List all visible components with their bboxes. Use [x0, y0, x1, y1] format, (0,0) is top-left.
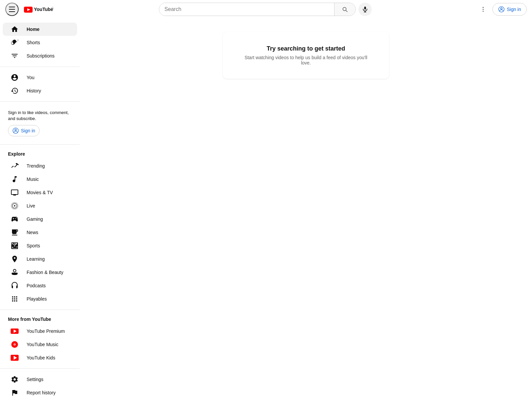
sidebar-item-trending[interactable]: Trending — [3, 159, 77, 173]
sidebar-item-label: Home — [27, 27, 40, 32]
sidebar-item-playables[interactable]: Playables — [3, 292, 77, 306]
sidebar-item-shorts[interactable]: Shorts — [3, 36, 77, 49]
account-circle-icon-sidebar — [12, 127, 19, 134]
sidebar-item-label: Subscriptions — [27, 53, 55, 59]
settings-icon — [11, 375, 19, 383]
svg-point-8 — [483, 9, 484, 10]
subscriptions-icon — [11, 52, 19, 60]
sidebar-divider-3 — [0, 144, 80, 145]
playables-icon — [11, 295, 19, 303]
svg-rect-4 — [364, 6, 366, 9]
fashion-beauty-icon — [11, 268, 19, 276]
sidebar-item-report-history[interactable]: Report history — [3, 386, 77, 399]
more-options-button[interactable] — [476, 3, 490, 16]
svg-point-18 — [12, 298, 13, 300]
sidebar-item-fashion-beauty[interactable]: Fashion & Beauty — [3, 266, 77, 279]
microphone-icon — [362, 6, 368, 13]
sidebar-item-label: YouTube Kids — [27, 355, 55, 360]
svg-point-22 — [14, 300, 15, 302]
sidebar-item-learning[interactable]: Learning — [3, 252, 77, 266]
live-icon — [11, 202, 19, 210]
sidebar-item-podcasts[interactable]: Podcasts — [3, 279, 77, 292]
svg-point-7 — [483, 7, 484, 8]
yt-premium-icon — [11, 327, 19, 335]
svg-point-13 — [15, 129, 17, 131]
sidebar-item-news[interactable]: News — [3, 226, 77, 239]
sign-in-button-sidebar[interactable]: Sign in — [8, 125, 40, 136]
sidebar-item-yt-kids[interactable]: YouTube Kids — [3, 351, 77, 364]
main-content: Try searching to get started Start watch… — [80, 19, 532, 399]
sidebar-item-subscriptions[interactable]: Subscriptions — [3, 49, 77, 63]
header-left: YouTube CA — [5, 3, 54, 16]
search-input[interactable] — [159, 3, 334, 16]
sidebar-item-sports[interactable]: Sports — [3, 239, 77, 252]
svg-point-9 — [483, 11, 484, 12]
sidebar-item-label: History — [27, 88, 41, 93]
sidebar-item-label: News — [27, 230, 38, 235]
svg-point-28 — [14, 344, 15, 345]
sidebar-item-label: YouTube Music — [27, 342, 58, 347]
sidebar-item-label: Playables — [27, 296, 47, 302]
sidebar-item-home[interactable]: Home — [3, 23, 77, 36]
svg-point-19 — [14, 298, 15, 300]
sidebar-user-nav: You History — [0, 71, 80, 97]
youtube-logo[interactable]: YouTube CA — [24, 6, 54, 13]
svg-point-15 — [12, 296, 13, 298]
music-icon — [11, 175, 19, 183]
header: YouTube CA — [0, 0, 532, 19]
sidebar-item-label: Sports — [27, 243, 40, 248]
sign-in-btn-label: Sign in — [21, 128, 35, 133]
yt-kids-icon — [11, 354, 19, 362]
header-right: Sign in — [476, 3, 527, 16]
svg-text:YouTube: YouTube — [34, 7, 53, 12]
sidebar-divider-4 — [0, 310, 80, 310]
search-icon — [341, 6, 348, 13]
sidebar-item-movies-tv[interactable]: Movies & TV — [3, 186, 77, 199]
header-center — [159, 3, 372, 16]
sidebar-primary-nav: Home Shorts Subscriptions — [0, 23, 80, 63]
youtube-wordmark: YouTube CA — [24, 6, 54, 13]
sidebar-item-music[interactable]: Music — [3, 173, 77, 186]
news-icon — [11, 228, 19, 236]
svg-point-11 — [501, 8, 502, 9]
empty-state-card: Try searching to get started Start watch… — [223, 32, 389, 79]
sidebar-item-yt-premium[interactable]: YouTube Premium — [3, 325, 77, 338]
svg-point-23 — [16, 300, 17, 302]
trending-icon — [11, 162, 19, 170]
account-circle-icon — [498, 6, 505, 13]
report-history-icon — [11, 389, 19, 397]
sidebar-item-settings[interactable]: Settings — [3, 373, 77, 386]
search-bar — [159, 3, 356, 16]
sign-in-label: Sign in — [507, 7, 521, 12]
history-icon — [11, 87, 19, 95]
svg-point-14 — [14, 205, 15, 206]
sidebar-item-you[interactable]: You — [3, 71, 77, 84]
podcasts-icon — [11, 282, 19, 290]
sign-in-text: Sign in to like videos, comment, and sub… — [8, 110, 69, 121]
empty-state-title: Try searching to get started — [243, 45, 369, 52]
svg-point-21 — [12, 300, 13, 302]
sidebar-item-label: Shorts — [27, 40, 40, 45]
sidebar-item-yt-music[interactable]: YouTube Music — [3, 338, 77, 351]
sidebar-item-live[interactable]: Live — [3, 199, 77, 212]
explore-section-title: Explore — [0, 149, 80, 159]
sports-icon — [11, 242, 19, 250]
svg-point-17 — [16, 296, 17, 298]
sidebar: Home Shorts Subscriptions — [0, 19, 80, 399]
sidebar-item-label: Music — [27, 177, 39, 182]
sidebar-item-gaming[interactable]: Gaming — [3, 212, 77, 226]
voice-search-button[interactable] — [358, 3, 372, 16]
sidebar-item-label: Live — [27, 203, 35, 208]
sign-in-button-header[interactable]: Sign in — [492, 3, 527, 16]
learning-icon — [11, 255, 19, 263]
more-section-title: More from YouTube — [0, 314, 80, 325]
more-vert-icon — [480, 6, 486, 13]
sidebar-item-label: Learning — [27, 256, 45, 262]
sidebar-footer: Settings Report history — [0, 373, 80, 399]
shorts-icon — [11, 39, 19, 47]
layout: Home Shorts Subscriptions — [0, 19, 532, 399]
menu-button[interactable] — [5, 3, 19, 16]
sidebar-item-label: Fashion & Beauty — [27, 270, 64, 275]
sidebar-item-history[interactable]: History — [3, 84, 77, 97]
search-button[interactable] — [334, 3, 355, 16]
